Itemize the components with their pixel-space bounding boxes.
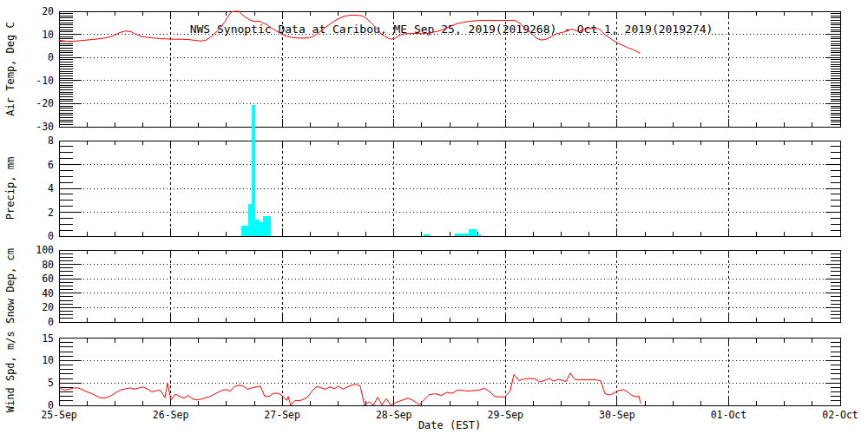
wind-speed-line bbox=[59, 373, 641, 405]
y-tick-label: 20 bbox=[42, 301, 54, 313]
precip-bar bbox=[464, 233, 469, 236]
panel-border bbox=[59, 339, 840, 406]
plot-window: -30-20-1001020Air Temp, Deg C02468Precip… bbox=[0, 0, 868, 434]
y-tick-label: 6 bbox=[48, 159, 54, 171]
synoptic-chart: -30-20-1001020Air Temp, Deg C02468Precip… bbox=[0, 0, 868, 434]
y-tick-label: 15 bbox=[42, 332, 54, 345]
precip-bar bbox=[469, 229, 477, 236]
y-tick-label: 10 bbox=[42, 29, 54, 41]
panel-border bbox=[59, 250, 840, 322]
y-tick-label: -30 bbox=[36, 121, 54, 133]
panel-snow-depth: 020406080100Snow Dep, cm bbox=[4, 244, 840, 328]
chart-title: NWS Synoptic Data at Caribou, ME Sep 25,… bbox=[190, 23, 713, 36]
y-axis-title: Air Temp, Deg C bbox=[4, 22, 16, 115]
y-tick-label: 5 bbox=[48, 377, 54, 389]
precip-bar bbox=[252, 105, 255, 236]
chart-axes: -30-20-1001020Air Temp, Deg C02468Precip… bbox=[4, 5, 858, 421]
y-tick-label: 2 bbox=[48, 207, 54, 219]
y-tick-label: 0 bbox=[48, 230, 54, 242]
y-tick-label: -20 bbox=[36, 97, 54, 109]
y-axis-title: Wind Spd, m/s bbox=[4, 331, 16, 412]
y-axis-title: Precip, mm bbox=[4, 157, 16, 220]
x-tick-label: 29-Sep bbox=[488, 409, 524, 421]
y-tick-label: 8 bbox=[48, 135, 54, 147]
x-tick-label: 28-Sep bbox=[376, 409, 412, 421]
x-tick-label: 01-Oct bbox=[711, 409, 747, 421]
y-tick-label: 100 bbox=[36, 244, 54, 256]
y-axis-title: Snow Dep, cm bbox=[4, 248, 16, 324]
precip-bar bbox=[241, 226, 248, 236]
y-tick-label: -10 bbox=[36, 75, 54, 87]
x-tick-label: 27-Sep bbox=[264, 409, 300, 421]
chart-series bbox=[59, 11, 641, 405]
panel-precip: 02468Precip, mm bbox=[4, 135, 840, 242]
x-tick-label: 30-Sep bbox=[599, 409, 635, 421]
precip-bar bbox=[455, 233, 464, 236]
y-tick-label: 0 bbox=[48, 51, 54, 63]
x-tick-label: 25-Sep bbox=[41, 409, 77, 421]
y-tick-label: 60 bbox=[42, 273, 54, 285]
y-tick-label: 0 bbox=[48, 316, 54, 328]
precip-bar bbox=[255, 220, 260, 236]
precip-bar bbox=[248, 204, 252, 236]
precip-bar bbox=[477, 234, 481, 236]
panel-wind-speed: 051015Wind Spd, m/s bbox=[4, 331, 840, 412]
precip-bars bbox=[241, 105, 481, 236]
x-tick-label: 02-Oct bbox=[822, 409, 858, 421]
precip-bar bbox=[424, 234, 430, 236]
y-tick-label: 4 bbox=[48, 182, 54, 194]
y-tick-label: 10 bbox=[42, 354, 54, 366]
x-axis-title: Date (EST) bbox=[418, 419, 481, 431]
y-tick-label: 20 bbox=[42, 5, 54, 17]
x-tick-label: 26-Sep bbox=[153, 409, 189, 421]
precip-bar bbox=[263, 216, 271, 236]
precip-bar bbox=[260, 222, 263, 237]
y-tick-label: 80 bbox=[42, 259, 54, 271]
y-tick-label: 40 bbox=[42, 287, 54, 299]
